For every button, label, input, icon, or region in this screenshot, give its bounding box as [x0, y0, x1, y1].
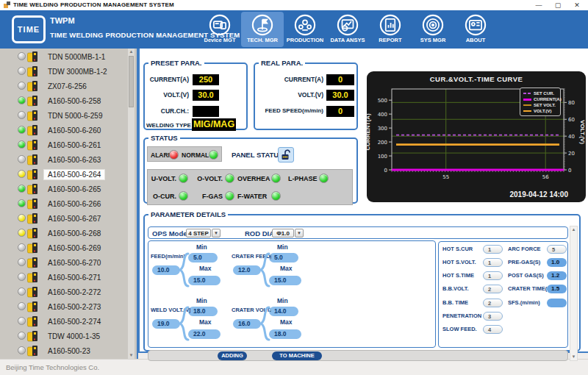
sidebar-item[interactable]: TDN 5000MB-1-1	[0, 49, 129, 64]
device-label: A160-500-6-267	[44, 214, 104, 224]
to-machine-button[interactable]: TO MACHINE	[272, 351, 322, 360]
scroll-down-icon[interactable]: ▼	[128, 352, 135, 359]
max-value-pill[interactable]: 15.0	[188, 276, 220, 285]
setting-value-pill[interactable]: 4	[483, 325, 503, 334]
alarm-box: ALARM NORMAL	[147, 146, 222, 162]
welder-machine-icon	[27, 315, 38, 327]
sidebar-item[interactable]: A160-500-6-263	[0, 152, 129, 167]
setting-value-pill[interactable]: 3	[483, 312, 503, 321]
sidebar-item[interactable]: A160-500-2-273	[0, 299, 129, 314]
setting-label: HOT S.CUR	[442, 246, 473, 252]
setting-value-pill[interactable]: 1.2	[547, 271, 567, 280]
value-pill[interactable]: 16.0	[233, 319, 261, 329]
setting-value-pill[interactable]: 1.0	[547, 258, 567, 267]
sidebar-item[interactable]: A160-500-2-274	[0, 314, 129, 329]
nav-item-production[interactable]: PRODUCTION	[284, 12, 326, 47]
scrollbar-thumb[interactable]	[129, 56, 134, 107]
sidebar-item[interactable]: TDW 3000MB-1-2	[0, 64, 129, 79]
max-value-pill[interactable]: 22.0	[188, 329, 220, 339]
real-current-value: 0	[326, 74, 354, 85]
sidebar-item[interactable]: TDW 4000-1-35	[0, 329, 129, 343]
params-scrollbar[interactable]: ▲ ▼	[570, 226, 578, 361]
settings-row: HOT S.VOLT. 1 PRE-GAS(S) 1.0	[439, 257, 567, 269]
scroll-up-icon[interactable]: ▲	[128, 49, 135, 55]
nav-item-device-mgt[interactable]: Device MGT	[198, 12, 241, 47]
close-button[interactable]: ✕	[567, 0, 587, 10]
device-label: A160-500-6-269	[44, 243, 104, 253]
maximize-button[interactable]: ▢	[548, 0, 567, 10]
device-label: A160-500-6-261	[44, 140, 104, 150]
preset-volt-value: 30.0	[193, 90, 219, 101]
ops-mode-label: OPS Mode	[152, 229, 187, 238]
max-value-pill[interactable]: 15.0	[269, 276, 301, 285]
sidebar-item[interactable]: A160-500-6-265	[0, 182, 129, 196]
indicator-led	[225, 191, 234, 201]
adding-button[interactable]: ADDING	[218, 351, 247, 360]
sidebar-item[interactable]: A160-500-23	[0, 343, 129, 358]
min-value-pill[interactable]: 5.0	[269, 253, 298, 262]
rod-dia-dropdown-icon[interactable]: ▼	[295, 229, 304, 238]
svg-text:0: 0	[384, 168, 387, 174]
nav-item-sys-mgr[interactable]: SYS MGR	[412, 12, 454, 47]
device-label: A160-500-6-271	[44, 273, 104, 282]
setting-value-pill[interactable]: 2	[483, 299, 503, 307]
brace-decoration	[178, 252, 190, 288]
sidebar-item[interactable]: TDN 5000-6-259	[0, 108, 129, 123]
value-pill[interactable]: 10.0	[152, 265, 180, 275]
nav-item-data-ansys[interactable]: DATA ANSYS	[326, 12, 369, 47]
setting-value-pill[interactable]: 5	[547, 245, 567, 254]
sidebar-item[interactable]: A160-500-6-269	[0, 240, 129, 255]
max-value-pill[interactable]: 18.0	[269, 329, 301, 339]
sidebar-item[interactable]: A160-500-6-264	[0, 167, 129, 182]
setting-value-pill[interactable]: 1	[483, 258, 503, 267]
sidebar-item[interactable]: A160-500-6-261	[0, 138, 129, 152]
min-value-pill[interactable]: 18.0	[188, 307, 218, 316]
scroll-down-icon[interactable]: ▼	[570, 354, 577, 360]
nav-item-tech-mgr[interactable]: TECH. MGR	[241, 12, 284, 47]
setting-value-pill[interactable]: 1.5	[547, 285, 567, 293]
welder-machine-icon	[27, 271, 38, 283]
statusbar: Beijing Time Technologies Co.	[0, 359, 588, 375]
company-label: Beijing Time Technologies Co.	[6, 363, 99, 371]
setting-value-pill[interactable]: 2	[483, 285, 503, 293]
device-status-led	[18, 317, 26, 325]
sidebar-item[interactable]: A160-500-6-258	[0, 93, 129, 108]
value-pill[interactable]: 12.0	[233, 265, 261, 275]
sidebar-item[interactable]: A160-500-6-271	[0, 270, 129, 285]
sidebar-item[interactable]: A160-500-6-266	[0, 196, 129, 211]
sidebar-item[interactable]: A160-500-6-268	[0, 226, 129, 240]
unlock-icon	[280, 149, 292, 161]
device-status-led	[18, 302, 26, 310]
nav-item-report[interactable]: REPORT	[369, 12, 412, 47]
sidebar-item[interactable]: A160-500-6-267	[0, 211, 129, 226]
indicator-label: U-VOLT.	[149, 175, 176, 182]
value-pill[interactable]: 19.0	[152, 319, 180, 329]
device-status-led	[18, 96, 26, 104]
device-status-led	[18, 126, 26, 134]
welder-machine-icon	[27, 168, 38, 180]
device-status-led	[18, 185, 26, 193]
ops-mode-select[interactable]: 4 STEP	[186, 229, 211, 238]
minimize-button[interactable]: —	[529, 0, 548, 10]
ops-bar: OPS Mode 4 STEP ▼ ROD DIA. Φ1.0 ▼	[148, 226, 568, 239]
min-value-pill[interactable]: 5.0	[188, 253, 218, 262]
setting-label: POST GAS(S)	[508, 272, 544, 279]
sidebar-item[interactable]: A160-500-6-270	[0, 255, 129, 270]
sidebar-item[interactable]: A160-500-2-272	[0, 285, 129, 299]
rod-dia-select[interactable]: Φ1.0	[272, 229, 294, 238]
min-value-pill[interactable]: 14.0	[269, 307, 298, 316]
preset-curch-value	[193, 106, 219, 117]
real-para-panel: REAL PARA. CURRENT(A) 0 VOLT.(V) 30.0 FE…	[254, 59, 358, 130]
setting-value-pill[interactable]	[547, 299, 567, 307]
sidebar-scrollbar[interactable]: ▲ ▼	[128, 49, 135, 359]
nav-item-about[interactable]: ABOUT	[454, 12, 497, 47]
right-axis-label: VOLT.(V)	[579, 120, 586, 144]
sidebar-item[interactable]: A160-500-6-260	[0, 123, 129, 138]
preset-current-label: CURRENT(A)	[150, 76, 189, 83]
device-label: TDN 5000MB-1-1	[44, 52, 109, 62]
setting-value-pill[interactable]: 1	[483, 271, 503, 280]
sidebar-item[interactable]: ZX07-6-256	[0, 79, 129, 93]
scroll-up-icon[interactable]: ▲	[570, 226, 577, 233]
setting-value-pill[interactable]: 1	[483, 245, 503, 254]
ops-mode-dropdown-icon[interactable]: ▼	[212, 229, 220, 238]
